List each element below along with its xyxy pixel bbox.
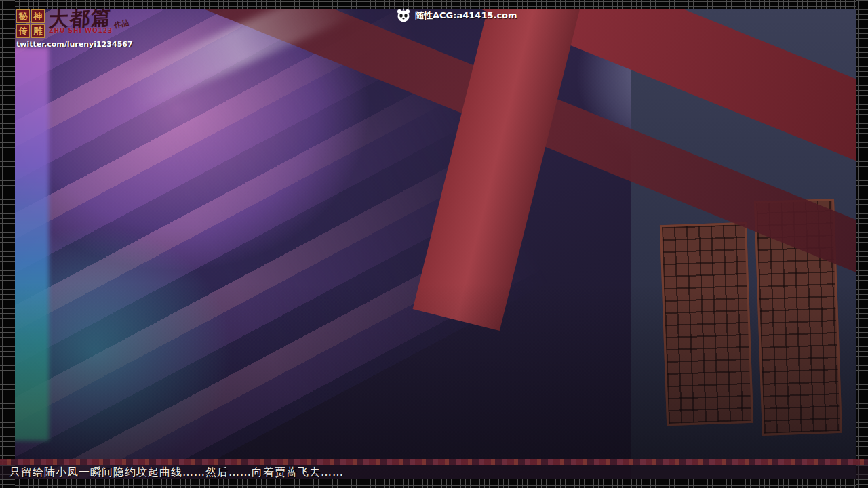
panda-icon bbox=[396, 8, 411, 23]
seal-character: 神 bbox=[31, 9, 45, 23]
title-suffix: 作品 bbox=[113, 18, 130, 30]
title-block: 大都篇 作品 ZHU SHI WO123 bbox=[49, 8, 113, 34]
artist-logo: 秘 神 传 雕 大都篇 作品 ZHU SHI WO123 twitter.com… bbox=[16, 8, 133, 49]
artwork-scene-placeholder bbox=[0, 0, 868, 488]
seal-character: 秘 bbox=[16, 9, 30, 23]
frame-border-bottom bbox=[0, 479, 868, 488]
logo-row: 秘 神 传 雕 大都篇 作品 ZHU SHI WO123 bbox=[16, 8, 133, 38]
twitter-handle-watermark: twitter.com/lurenyi1234567 bbox=[16, 40, 133, 49]
caption-bar: 只留给陆小凤一瞬间隐约坟起曲线……然后……向着贾蔷飞去…… bbox=[0, 459, 868, 479]
frame-border-right bbox=[856, 0, 868, 488]
bottom-vignette bbox=[0, 0, 868, 488]
site-watermark-text: 随性ACG:a41415.com bbox=[415, 9, 517, 22]
frame-border-left bbox=[0, 0, 15, 488]
comic-page: 秘 神 传 雕 大都篇 作品 ZHU SHI WO123 twitter.com… bbox=[0, 0, 868, 488]
caption-text: 只留给陆小凤一瞬间隐约坟起曲线……然后……向着贾蔷飞去…… bbox=[0, 465, 868, 479]
caption-decorative-strip bbox=[0, 459, 868, 465]
site-watermark: 随性ACG:a41415.com bbox=[396, 8, 517, 23]
artist-seal: 秘 神 传 雕 bbox=[16, 9, 45, 38]
series-title-calligraphy: 大都篇 bbox=[48, 7, 113, 29]
seal-character: 传 bbox=[16, 24, 30, 38]
seal-character: 雕 bbox=[31, 24, 45, 38]
